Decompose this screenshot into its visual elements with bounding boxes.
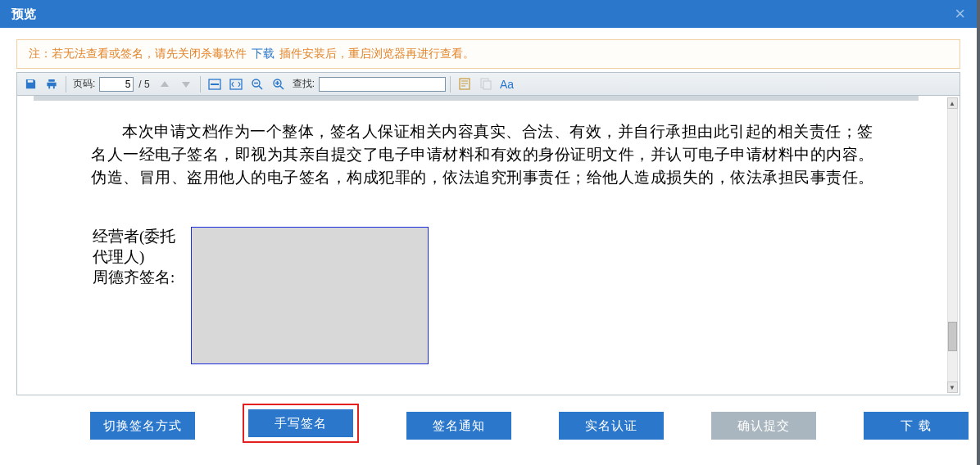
notice-bar: 注：若无法查看或签名，请先关闭杀毒软件 下载 插件安装后，重启浏览器再进行查看。 (16, 39, 960, 69)
download-button[interactable]: 下 载 (864, 412, 969, 440)
prev-page-icon (155, 75, 175, 93)
signature-box[interactable] (191, 227, 429, 364)
notice-suffix: 插件安装后，重启浏览器再进行查看。 (279, 47, 474, 60)
fit-page-icon[interactable] (226, 75, 246, 93)
zoom-out-icon[interactable] (247, 75, 267, 93)
next-page-icon (176, 75, 196, 93)
highlight-box: 手写签名 (243, 404, 359, 443)
close-icon[interactable]: × (955, 5, 965, 23)
real-name-auth-button[interactable]: 实名认证 (559, 412, 664, 440)
sign-notice-button[interactable]: 签名通知 (406, 412, 511, 440)
handwrite-sign-button[interactable]: 手写签名 (248, 409, 353, 437)
scroll-up-icon[interactable]: ▲ (947, 97, 958, 109)
document-paragraph: 本次申请文档作为一个整体，签名人保证相关内容真实、合法、有效，并自行承担由此引起… (91, 120, 886, 189)
page-label: 页码: (70, 77, 98, 91)
document-area: 本次申请文档作为一个整体，签名人保证相关内容真实、合法、有效，并自行承担由此引起… (17, 96, 960, 395)
modal-title: 预览 (11, 7, 36, 22)
download-plugin-link[interactable]: 下载 (252, 47, 274, 60)
save-icon[interactable] (20, 75, 40, 93)
search-label: 查找: (290, 77, 317, 91)
svg-rect-6 (483, 81, 491, 89)
search-input[interactable] (319, 77, 446, 92)
text-select-icon[interactable] (455, 75, 474, 93)
copy-icon (476, 75, 496, 93)
zoom-in-icon[interactable] (269, 75, 288, 93)
confirm-submit-button: 确认提交 (711, 412, 816, 440)
scroll-thumb[interactable] (948, 322, 957, 351)
modal-header: 预览 × (0, 0, 977, 28)
switch-sign-mode-button[interactable]: 切换签名方式 (90, 412, 195, 440)
print-icon[interactable] (42, 75, 61, 93)
signature-label: 经营者(委托 代理人) 周德齐签名: (93, 227, 191, 364)
text-size-icon[interactable]: Aa (497, 78, 516, 91)
scroll-down-icon[interactable]: ▼ (947, 381, 958, 393)
fit-width-icon[interactable] (205, 75, 225, 93)
scrollbar[interactable]: ▲ ▼ (946, 97, 958, 393)
scroll-track[interactable] (947, 109, 958, 381)
action-button-bar: 切换签名方式 手写签名 签名通知 实名认证 确认提交 下 载 (0, 395, 977, 445)
notice-prefix: 注：若无法查看或签名，请先关闭杀毒软件 (29, 47, 247, 60)
viewer-toolbar: 页码: / 5 查找: (17, 73, 960, 96)
page-input[interactable] (99, 77, 134, 92)
page-total: / 5 (135, 79, 152, 90)
document-viewer: 页码: / 5 查找: (16, 72, 960, 395)
